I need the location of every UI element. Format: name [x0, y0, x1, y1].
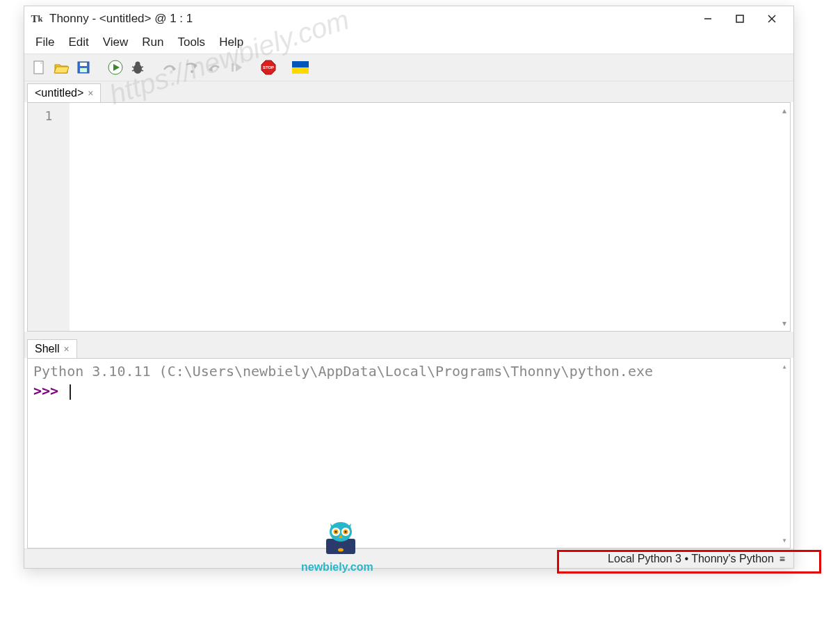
maximize-icon [736, 15, 744, 23]
stop-icon: STOP [260, 59, 277, 76]
shell-prompt[interactable]: >>> [33, 382, 784, 400]
editor-tab-untitled[interactable]: <untitled> × [27, 83, 101, 103]
shell-tab[interactable]: Shell × [27, 339, 77, 359]
close-icon [768, 15, 776, 23]
titlebar: Tk Thonny - <untitled> @ 1 : 1 [24, 6, 793, 31]
svg-marker-22 [236, 63, 242, 72]
svg-text:STOP: STOP [263, 65, 274, 70]
support-ukraine-icon [292, 61, 309, 74]
window-title: Thonny - <untitled> @ 1 : 1 [49, 12, 193, 26]
line-number: 1 [28, 108, 70, 123]
scroll-down-icon[interactable]: ▾ [780, 318, 789, 328]
interpreter-label: Local Python 3 • Thonny's Python [608, 553, 774, 565]
editor-tab-label: <untitled> [35, 87, 83, 99]
pane-splitter[interactable] [24, 332, 793, 339]
debug-icon [130, 60, 145, 75]
svg-rect-26 [292, 67, 309, 74]
run-icon [108, 60, 123, 75]
svg-line-15 [132, 70, 134, 71]
window-controls [692, 8, 788, 29]
scroll-up-icon[interactable]: ▴ [780, 106, 789, 115]
svg-rect-1 [736, 15, 743, 22]
statusbar: Local Python 3 • Thonny's Python ≡ [24, 548, 793, 568]
step-over-icon [162, 61, 177, 74]
minimize-icon [704, 15, 712, 23]
code-area[interactable] [70, 103, 790, 331]
menu-run[interactable]: Run [135, 33, 170, 52]
editor-tabstrip: <untitled> × [24, 81, 793, 102]
step-into-icon [184, 60, 200, 74]
step-out-icon [207, 60, 222, 74]
new-file-icon [32, 60, 46, 75]
step-out-button[interactable] [205, 58, 223, 76]
close-button[interactable] [756, 8, 788, 29]
svg-line-13 [132, 67, 134, 67]
svg-line-14 [141, 67, 143, 67]
resume-button[interactable] [227, 58, 245, 76]
menu-edit[interactable]: Edit [61, 33, 95, 52]
app-window: Tk Thonny - <untitled> @ 1 : 1 File Edit… [24, 6, 794, 569]
resume-icon [229, 60, 243, 74]
menu-tools[interactable]: Tools [170, 33, 212, 52]
svg-rect-25 [292, 61, 309, 67]
menubar: File Edit View Run Tools Help [24, 31, 793, 54]
open-file-button[interactable] [52, 58, 70, 76]
svg-rect-7 [80, 63, 87, 66]
menu-view[interactable]: View [96, 33, 136, 52]
line-number-gutter: 1 [28, 103, 70, 331]
step-into-button[interactable] [183, 58, 201, 76]
editor-pane[interactable]: 1 ▴ ▾ [27, 102, 791, 332]
interpreter-selector[interactable]: Local Python 3 • Thonny's Python ≡ [604, 551, 789, 567]
shell-tab-close-button[interactable]: × [64, 343, 70, 355]
svg-rect-21 [232, 63, 234, 72]
svg-line-16 [141, 70, 143, 71]
svg-rect-8 [80, 68, 87, 72]
shell-tabstrip: Shell × [24, 339, 793, 358]
save-file-button[interactable] [74, 58, 92, 76]
tab-close-button[interactable]: × [88, 88, 93, 99]
shell-version-text: Python 3.10.11 (C:\Users\newbiely\AppDat… [33, 363, 784, 380]
debug-button[interactable] [129, 58, 147, 76]
save-file-icon [76, 60, 90, 74]
shell-pane[interactable]: Python 3.10.11 (C:\Users\newbiely\AppDat… [27, 358, 791, 548]
new-file-button[interactable] [30, 58, 48, 76]
svg-point-19 [191, 70, 193, 73]
run-button[interactable] [106, 58, 124, 76]
hamburger-icon: ≡ [780, 553, 785, 564]
svg-point-12 [136, 62, 140, 67]
maximize-button[interactable] [724, 8, 756, 29]
step-over-button[interactable] [161, 58, 179, 76]
stop-button[interactable]: STOP [259, 58, 277, 76]
shell-cursor [70, 384, 71, 400]
menu-file[interactable]: File [29, 33, 61, 52]
shell-scroll-down-icon[interactable]: ▾ [780, 535, 789, 545]
shell-scroll-up-icon[interactable]: ▴ [780, 361, 789, 371]
menu-help[interactable]: Help [212, 33, 250, 52]
minimize-button[interactable] [692, 8, 724, 29]
support-ukraine-button[interactable] [291, 58, 309, 76]
open-file-icon [54, 60, 69, 74]
shell-tab-label: Shell [35, 343, 60, 355]
shell-prompt-text: >>> [33, 382, 67, 399]
toolbar: STOP [24, 54, 793, 81]
app-icon: Tk [30, 12, 44, 26]
